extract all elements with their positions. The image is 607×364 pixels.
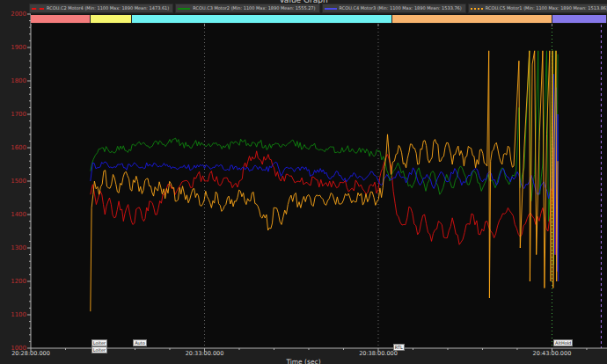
y-tick-label: 1200 xyxy=(2,278,26,285)
y-tick-label: 1100 xyxy=(2,311,26,318)
series-line-icon xyxy=(325,8,337,10)
y-tick-label: 1400 xyxy=(2,211,26,218)
legend-entry-label: RCOU.C4 Motor3 (Min: 1100 Max: 1890 Mean… xyxy=(340,5,462,11)
flight-mode-segment xyxy=(91,14,132,24)
flight-mode-segment xyxy=(31,14,91,24)
plot-canvas[interactable] xyxy=(0,0,607,364)
y-tick-label: 1900 xyxy=(2,44,26,51)
flight-mode-segment xyxy=(132,14,392,24)
legend-entry-rcou-c5-motor1[interactable]: RCOU.C5 Motor1 (Min: 1100 Max: 1890 Mean… xyxy=(468,4,607,13)
x-tick-label: 20:33:00.000 xyxy=(169,350,239,357)
legend-entry-label: RCOU.C5 Motor1 (Min: 1100 Max: 1890 Mean… xyxy=(486,5,607,11)
flight-mode-bar xyxy=(31,14,607,24)
mode-marker-rtl: RTL xyxy=(393,344,405,351)
legend-entry-rcou-c3-motor2[interactable]: RCOU.C3 Motor2 (Min: 1100 Max: 1890 Mean… xyxy=(175,4,319,13)
series-line-icon xyxy=(471,8,483,10)
series-line-icon xyxy=(178,8,190,10)
legend-entry-rcou-c4-motor3[interactable]: RCOU.C4 Motor3 (Min: 1100 Max: 1890 Mean… xyxy=(322,4,466,13)
y-tick-label: 1300 xyxy=(2,244,26,251)
y-tick-label: 1700 xyxy=(2,111,26,118)
mode-marker-althold: AltHold xyxy=(553,339,573,346)
flight-mode-segment xyxy=(392,14,552,24)
time-axis-label: Time (sec) xyxy=(0,358,607,364)
x-tick-label: 20:38:00.000 xyxy=(343,350,413,357)
series-line-icon xyxy=(32,8,44,10)
value-graph-window: { "title": "Value Graph", "x_axis_label"… xyxy=(0,0,607,364)
y-tick-label: 1500 xyxy=(2,178,26,185)
x-tick-label: 20:43:00.000 xyxy=(516,350,587,357)
y-tick-label: 1600 xyxy=(2,144,26,151)
y-tick-label: 1800 xyxy=(2,77,26,84)
mode-marker-loiter: Loiter xyxy=(91,339,107,346)
legend-entry-rcou-c2-motor4[interactable]: RCOU.C2 Motor4 (Min: 1100 Max: 1890 Mean… xyxy=(29,4,173,13)
legend: RCOU.C2 Motor4 (Min: 1100 Max: 1890 Mean… xyxy=(29,4,607,13)
legend-entry-label: RCOU.C2 Motor4 (Min: 1100 Max: 1890 Mean… xyxy=(47,5,169,11)
x-tick-label: 20:28:00.000 xyxy=(0,350,66,357)
flight-mode-segment xyxy=(552,14,607,24)
mode-marker-loiter: Loiter xyxy=(91,346,107,353)
y-tick-label: 2000 xyxy=(2,11,26,18)
legend-entry-label: RCOU.C3 Motor2 (Min: 1100 Max: 1890 Mean… xyxy=(193,5,315,11)
mode-marker-auto: Auto xyxy=(133,339,147,346)
